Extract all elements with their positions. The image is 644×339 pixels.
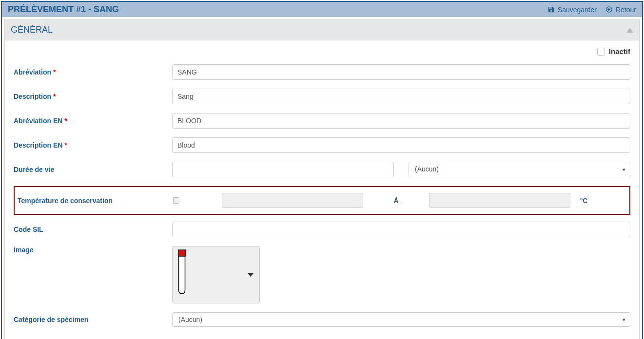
temperature-checkbox[interactable] xyxy=(173,197,179,204)
dropdown-icon xyxy=(248,273,254,277)
temperature-from-input[interactable] xyxy=(222,193,363,208)
description-en-row: Description EN * xyxy=(14,137,630,153)
inactive-label: Inactif xyxy=(609,47,630,56)
return-button[interactable]: Retour xyxy=(605,6,636,14)
description-en-input[interactable] xyxy=(172,137,630,153)
description-input[interactable] xyxy=(172,89,630,104)
categorie-select[interactable]: (Aucun) xyxy=(172,312,630,327)
tube-icon xyxy=(177,249,186,295)
image-select[interactable] xyxy=(172,246,260,303)
temperature-separator: À xyxy=(363,197,429,205)
temperature-unit: °C xyxy=(570,197,597,205)
abbreviation-row: Abréviation * xyxy=(14,64,630,80)
description-label: Description * xyxy=(14,93,172,100)
duree-input[interactable] xyxy=(172,162,394,177)
header-bar: PRÉLÈVEMENT #1 - SANG Sauvegarder Retour xyxy=(2,2,642,17)
abbreviation-input[interactable] xyxy=(172,64,630,80)
code-sil-input[interactable] xyxy=(172,222,630,237)
duree-row: Durée de vie (Aucun) xyxy=(14,162,630,177)
temperature-label: Température de conservation xyxy=(15,197,173,205)
abbreviation-en-label: Abréviation EN * xyxy=(14,117,172,125)
page-title: PRÉLÈVEMENT #1 - SANG xyxy=(8,4,119,15)
categorie-row: Catégorie de spécimen (Aucun) xyxy=(14,312,630,327)
temperature-to-input[interactable] xyxy=(429,193,570,208)
abbreviation-en-row: Abréviation EN * xyxy=(14,113,630,129)
code-sil-row: Code SIL xyxy=(14,222,630,237)
temperature-row-highlight: Température de conservation À °C xyxy=(14,186,630,215)
form-frame: PRÉLÈVEMENT #1 - SANG Sauvegarder Retour… xyxy=(1,1,643,339)
save-label: Sauvegarder xyxy=(558,6,597,14)
collapse-icon xyxy=(626,28,633,33)
image-label: Image xyxy=(14,246,172,254)
section-body: Inactif Abréviation * Description * Abré… xyxy=(4,40,640,339)
inactive-row: Inactif xyxy=(14,47,630,56)
section-header[interactable]: GÉNÉRAL xyxy=(4,19,640,40)
header-actions: Sauvegarder Retour xyxy=(547,6,636,14)
svg-rect-2 xyxy=(178,250,186,256)
return-label: Retour xyxy=(616,6,636,14)
section-title: GÉNÉRAL xyxy=(11,25,53,35)
return-icon xyxy=(605,6,613,13)
save-icon xyxy=(547,6,555,13)
duree-unit-select[interactable]: (Aucun) xyxy=(409,162,630,177)
categorie-label: Catégorie de spécimen xyxy=(14,316,172,323)
duree-label: Durée de vie xyxy=(14,166,172,173)
inactive-checkbox[interactable] xyxy=(597,48,605,56)
abbreviation-en-input[interactable] xyxy=(172,113,630,129)
save-button[interactable]: Sauvegarder xyxy=(547,6,597,14)
abbreviation-label: Abréviation * xyxy=(14,68,172,76)
description-en-label: Description EN * xyxy=(14,141,172,149)
content-wrap: GÉNÉRAL Inactif Abréviation * Descriptio… xyxy=(2,17,642,339)
description-row: Description * xyxy=(14,89,630,104)
image-row: Image xyxy=(14,246,630,303)
code-sil-label: Code SIL xyxy=(14,226,172,233)
